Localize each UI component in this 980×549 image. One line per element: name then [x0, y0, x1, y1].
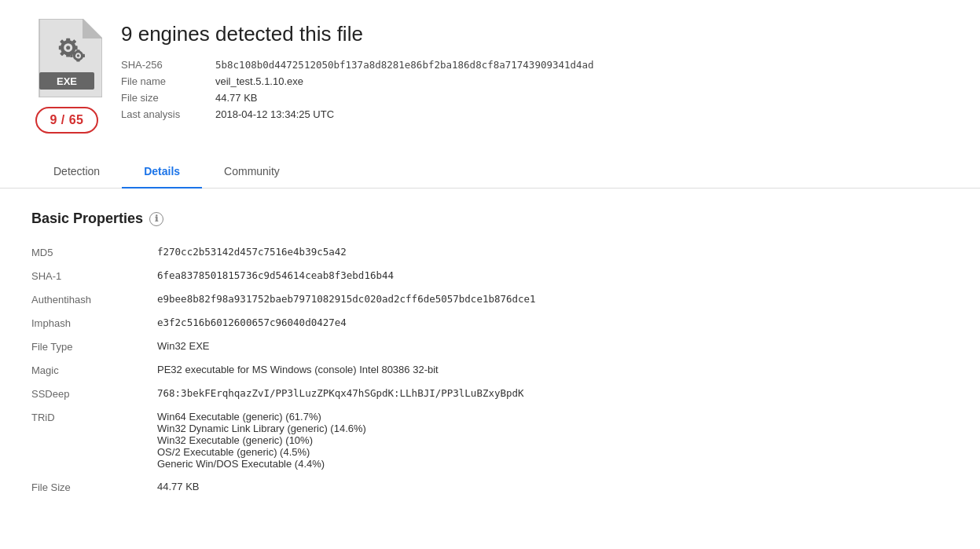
filename-label: File name	[121, 75, 215, 87]
info-icon[interactable]: ℹ	[149, 212, 163, 226]
filesize-value: 44.77 KB	[215, 92, 949, 104]
section-title-text: Basic Properties	[31, 210, 143, 227]
header-section: EXE 9 / 65 9 engines detected this file …	[0, 0, 980, 149]
svg-rect-5	[74, 46, 78, 49]
score-badge: 9 / 65	[35, 107, 97, 134]
prop-value-trid: Win64 Executable (generic) (61.7%)Win32 …	[157, 411, 949, 470]
svg-rect-3	[66, 53, 70, 57]
svg-point-1	[66, 46, 70, 49]
svg-rect-4	[59, 46, 63, 49]
properties-grid: MD5f270cc2b53142d457c7516e4b39c5a42SHA-1…	[31, 246, 949, 493]
svg-rect-13	[76, 59, 79, 61]
prop-value-magic: PE32 executable for MS Windows (console)…	[157, 364, 949, 376]
prop-label-imphash: Imphash	[31, 317, 157, 329]
exe-file-icon: EXE	[31, 19, 102, 97]
svg-rect-12	[76, 49, 79, 52]
file-title: 9 engines detected this file	[121, 22, 949, 46]
prop-value-ssdeep: 768:3bekFErqhqazZvI/PP3lLuzZPKqx47hSGpdK…	[157, 387, 949, 400]
prop-label-sha-1: SHA-1	[31, 269, 157, 282]
prop-label-file-size: File Size	[31, 481, 157, 493]
lastanalysis-label: Last analysis	[121, 108, 215, 120]
meta-table: SHA-256 5b8c108b0d4472512050bf137a8d8281…	[121, 59, 949, 120]
svg-rect-15	[83, 54, 85, 57]
filename-value: veil_test.5.1.10.exe	[215, 75, 949, 87]
prop-label-md5: MD5	[31, 246, 157, 258]
section-title: Basic Properties ℹ	[31, 210, 949, 227]
prop-value-file-size: 44.77 KB	[157, 481, 949, 493]
prop-value-sha-1: 6fea8378501815736c9d54614ceab8f3ebd16b44	[157, 269, 949, 282]
sha256-label: SHA-256	[121, 59, 215, 71]
prop-label-authentihash: Authentihash	[31, 293, 157, 306]
content-section: Basic Properties ℹ MD5f270cc2b53142d457c…	[0, 188, 980, 515]
file-icon-wrapper: EXE 9 / 65	[31, 19, 102, 134]
prop-value-file-type: Win32 EXE	[157, 340, 949, 353]
svg-rect-14	[70, 54, 72, 57]
tab-community[interactable]: Community	[202, 156, 302, 188]
prop-label-trid: TRiD	[31, 411, 157, 470]
file-info: 9 engines detected this file SHA-256 5b8…	[121, 19, 949, 120]
tab-details[interactable]: Details	[122, 156, 202, 188]
filesize-label: File size	[121, 92, 215, 104]
svg-point-11	[77, 54, 79, 57]
prop-value-authentihash: e9bee8b82f98a931752baeb7971082915dc020ad…	[157, 293, 949, 306]
tabs-container: Detection Details Community	[0, 156, 980, 188]
prop-value-imphash: e3f2c516b6012600657c96040d0427e4	[157, 317, 949, 329]
svg-text:EXE: EXE	[57, 75, 77, 87]
prop-label-ssdeep: SSDeep	[31, 387, 157, 400]
prop-label-file-type: File Type	[31, 340, 157, 353]
svg-rect-2	[66, 38, 70, 42]
tab-detection[interactable]: Detection	[31, 156, 122, 188]
lastanalysis-value: 2018-04-12 13:34:25 UTC	[215, 108, 949, 120]
sha256-value: 5b8c108b0d4472512050bf137a8d8281e86bf2ba…	[215, 59, 949, 71]
prop-value-md5: f270cc2b53142d457c7516e4b39c5a42	[157, 246, 949, 258]
prop-label-magic: Magic	[31, 364, 157, 376]
